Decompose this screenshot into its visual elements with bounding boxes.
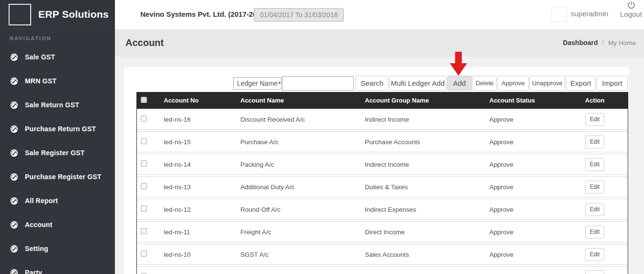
breadcrumb-dashboard[interactable]: Dashboard	[563, 39, 598, 46]
cell-account-no: led-ns-13	[164, 183, 240, 191]
edit-button[interactable]: Edit	[585, 113, 604, 126]
edit-button[interactable]: Edit	[585, 226, 604, 239]
table-row: led-ns-16 Discount Received A/c Indirect…	[137, 109, 628, 130]
cell-status: Approve	[489, 183, 585, 191]
cell-account-no: led-ns-15	[164, 138, 240, 146]
sidebar-item-label: All Report	[25, 197, 58, 205]
sidebar-item-label: Setting	[25, 245, 48, 252]
brand-name: ERP Solutions	[38, 9, 109, 20]
table-row: led-ns-12 Round Off A/c Indirect Expense…	[137, 199, 628, 220]
account-table: Account No Account Name Account Group Na…	[136, 92, 628, 274]
row-checkbox[interactable]	[141, 228, 147, 234]
approve-button[interactable]: Approve	[497, 76, 529, 91]
sidebar-nav: Sale GST MRN GST	[0, 45, 115, 274]
cell-group: Indirect Expenses	[365, 206, 489, 213]
edit-button[interactable]	[585, 270, 604, 274]
sidebar-item-label: Party	[25, 269, 42, 274]
sidebar-item[interactable]: Purchase Register GST	[0, 165, 115, 189]
table-body: led-ns-16 Discount Received A/c Indirect…	[137, 109, 628, 265]
breadcrumb-separator: /	[602, 39, 604, 46]
search-button[interactable]: Search	[356, 76, 388, 91]
col-header-account-name: Account Name	[240, 97, 365, 104]
avatar[interactable]	[552, 7, 567, 22]
edit-button[interactable]: Edit	[585, 181, 604, 194]
dashboard-icon	[10, 77, 18, 85]
import-button[interactable]: Import	[597, 76, 628, 91]
breadcrumb: Dashboard / My Home	[563, 39, 636, 46]
search-input[interactable]	[282, 76, 354, 91]
sidebar-item[interactable]: Setting	[0, 237, 115, 261]
edit-button[interactable]: Edit	[585, 248, 604, 261]
edit-button[interactable]: Edit	[585, 158, 604, 171]
row-checkbox[interactable]	[141, 160, 147, 167]
multi-ledger-add-button[interactable]: Multi Ledger Add	[389, 76, 446, 91]
edit-button[interactable]: Edit	[585, 136, 604, 148]
sidebar-item[interactable]: Account	[0, 213, 115, 237]
logout-label: Logout	[617, 10, 644, 18]
breadcrumb-my-home[interactable]: My Home	[608, 39, 636, 46]
table-row: led-ns-11 Freight A/c Direct Income Appr…	[137, 221, 628, 242]
cell-account-name: Discount Received A/c	[240, 116, 365, 123]
cell-account-no: led-ns-16	[164, 116, 240, 123]
cell-account-name: Packing A/c	[240, 161, 365, 168]
table-row: led-ns-10 SGST A/c Sales Accounts Approv…	[137, 244, 628, 265]
cell-account-name: Additional Duty A/c	[240, 183, 365, 191]
export-button[interactable]: Export	[566, 76, 596, 91]
table-row: led-ns-15 Purchase A/c Purchase Accounts…	[137, 131, 628, 152]
dashboard-icon	[10, 149, 18, 157]
sidebar-item[interactable]: Party	[0, 261, 115, 274]
dashboard-icon	[10, 269, 18, 274]
username[interactable]: superadmin	[571, 10, 608, 18]
sidebar-item[interactable]: MRN GST	[0, 69, 115, 93]
brand-link[interactable]: ERP Solutions	[0, 0, 115, 29]
date-range-button[interactable]: 01/04/2017 To 31/03/2018	[254, 8, 344, 22]
sidebar-item[interactable]: Purchase Return GST	[0, 117, 115, 141]
cell-status: Approve	[489, 116, 585, 123]
dashboard-icon	[10, 101, 18, 109]
ledger-name-select[interactable]: Ledger Name ▼	[233, 77, 282, 90]
row-checkbox[interactable]	[141, 183, 147, 189]
row-checkbox[interactable]	[141, 138, 147, 144]
add-button[interactable]: Add	[447, 76, 472, 91]
row-checkbox[interactable]	[141, 115, 147, 122]
sidebar-item[interactable]: Sale Register GST	[0, 141, 115, 165]
nav-section-label: NAVIGATION	[10, 35, 115, 41]
page-title: Account	[125, 37, 164, 48]
table-header-row: Account No Account Name Account Group Na…	[137, 92, 628, 109]
col-header-group: Account Group Name	[365, 97, 489, 104]
row-checkbox[interactable]	[141, 206, 147, 212]
col-header-action: Action	[585, 97, 628, 104]
unapprove-button[interactable]: Unapprove	[530, 76, 565, 91]
cell-account-no: led-ns-12	[164, 206, 240, 213]
dashboard-icon	[10, 125, 18, 133]
sidebar-item[interactable]: Sale GST	[0, 45, 115, 69]
dashboard-icon	[10, 221, 18, 229]
col-header-status: Account Status	[489, 97, 585, 104]
table-row: led-ns-14 Packing A/c Indirect Income Ap…	[137, 154, 628, 175]
edit-button[interactable]: Edit	[585, 203, 604, 216]
ledger-name-select-value: Ledger Name	[237, 80, 278, 87]
select-all-checkbox[interactable]	[141, 97, 147, 103]
toolbar: Ledger Name ▼ Search Multi Ledger Add Ad…	[233, 76, 628, 91]
sidebar-item[interactable]: Sale Return GST	[0, 93, 115, 117]
sidebar-item-label: Account	[25, 221, 52, 228]
cell-account-name: SGST A/c	[240, 251, 365, 258]
dashboard-icon	[10, 197, 18, 205]
dashboard-icon	[10, 53, 18, 61]
erp-app: ERP Solutions NAVIGATION Sale GST	[0, 0, 644, 274]
table-row: led-ns-13 Additional Duty A/c Duties & T…	[137, 176, 628, 197]
sidebar-item[interactable]: All Report	[0, 189, 115, 213]
sidebar-item-label: Sale Register GST	[25, 149, 85, 157]
delete-button[interactable]: Delete	[473, 76, 497, 91]
sidebar-item-label: Sale GST	[25, 53, 55, 61]
row-checkbox[interactable]	[141, 251, 147, 257]
content-area: Ledger Name ▼ Search Multi Ledger Add Ad…	[115, 57, 644, 274]
cell-group: Indirect Income	[365, 161, 489, 168]
cell-account-name: Freight A/c	[240, 228, 365, 236]
cell-status: Approve	[489, 251, 585, 258]
topbar: Nevino Systems Pvt. Ltd. (2017-2018) 01/…	[115, 0, 644, 29]
brand-logo	[9, 4, 31, 25]
cell-group: Direct Income	[365, 228, 489, 236]
power-icon	[627, 0, 636, 10]
logout-button[interactable]: Logout	[617, 0, 644, 18]
